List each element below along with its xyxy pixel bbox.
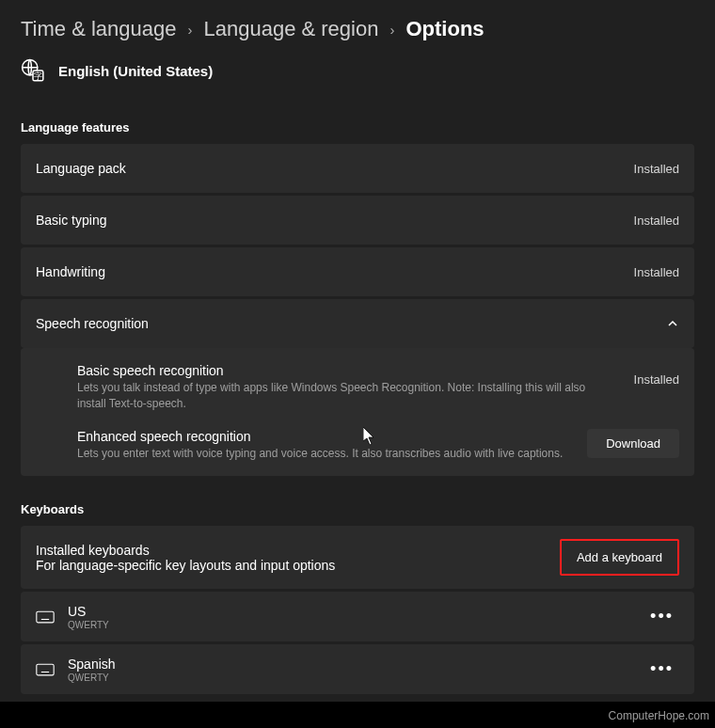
keyboard-item-us[interactable]: US QWERTY •••: [21, 592, 694, 641]
speech-enhanced-title: Enhanced speech recognition: [77, 429, 568, 444]
speech-basic-desc: Lets you talk instead of type with apps …: [77, 380, 615, 412]
language-header: 字 English (United States): [21, 58, 694, 83]
chevron-right-icon: ›: [389, 22, 394, 38]
download-button[interactable]: Download: [587, 429, 679, 458]
feature-label: Speech recognition: [36, 316, 149, 331]
keyboard-name: US: [68, 604, 109, 619]
svg-text:字: 字: [34, 71, 42, 81]
watermark: ComputerHope.com: [609, 709, 709, 722]
keyboard-layout: QWERTY: [68, 673, 116, 683]
installed-keyboards-sub: For language-specific key layouts and in…: [36, 558, 335, 573]
section-title-keyboards: Keyboards: [21, 502, 694, 516]
keyboard-layout: QWERTY: [68, 620, 109, 630]
more-options-button[interactable]: •••: [644, 603, 679, 630]
chevron-up-icon[interactable]: [666, 317, 679, 330]
add-keyboard-button[interactable]: Add a keyboard: [564, 543, 675, 572]
keyboard-name: Spanish: [68, 657, 116, 672]
more-options-button[interactable]: •••: [644, 656, 679, 683]
svg-rect-3: [37, 611, 54, 623]
keyboard-icon: [36, 660, 55, 679]
language-name: English (United States): [58, 63, 213, 79]
feature-label: Language pack: [36, 161, 126, 176]
feature-basic-typing[interactable]: Basic typing Installed: [21, 196, 694, 245]
section-title-features: Language features: [21, 120, 694, 135]
breadcrumb-current: Options: [405, 17, 484, 41]
feature-speech-recognition[interactable]: Speech recognition: [21, 299, 694, 348]
speech-enhanced-item: Enhanced speech recognition Lets you ent…: [77, 429, 679, 462]
feature-language-pack[interactable]: Language pack Installed: [21, 144, 694, 193]
feature-label: Basic typing: [36, 213, 106, 228]
breadcrumb-time-language[interactable]: Time & language: [21, 17, 177, 41]
breadcrumb: Time & language › Language & region › Op…: [21, 17, 694, 41]
speech-recognition-panel: Basic speech recognition Lets you talk i…: [21, 348, 694, 476]
feature-status: Installed: [634, 265, 679, 279]
breadcrumb-language-region[interactable]: Language & region: [204, 17, 379, 41]
feature-handwriting[interactable]: Handwriting Installed: [21, 247, 694, 296]
feature-status: Installed: [634, 214, 679, 228]
globe-language-icon: 字: [21, 58, 45, 83]
installed-keyboards-title: Installed keyboards: [36, 543, 335, 558]
speech-basic-status: Installed: [634, 363, 679, 387]
add-keyboard-highlight: Add a keyboard: [560, 539, 679, 576]
speech-basic-title: Basic speech recognition: [77, 363, 615, 378]
keyboard-icon: [36, 608, 55, 626]
installed-keyboards-card: Installed keyboards For language-specifi…: [21, 526, 694, 589]
svg-rect-9: [37, 664, 54, 675]
keyboard-item-spanish[interactable]: Spanish QWERTY •••: [21, 644, 694, 694]
speech-enhanced-desc: Lets you enter text with voice typing an…: [77, 446, 568, 462]
feature-status: Installed: [634, 162, 679, 176]
speech-basic-item: Basic speech recognition Lets you talk i…: [77, 363, 679, 412]
feature-label: Handwriting: [36, 264, 105, 279]
chevron-right-icon: ›: [188, 22, 193, 38]
